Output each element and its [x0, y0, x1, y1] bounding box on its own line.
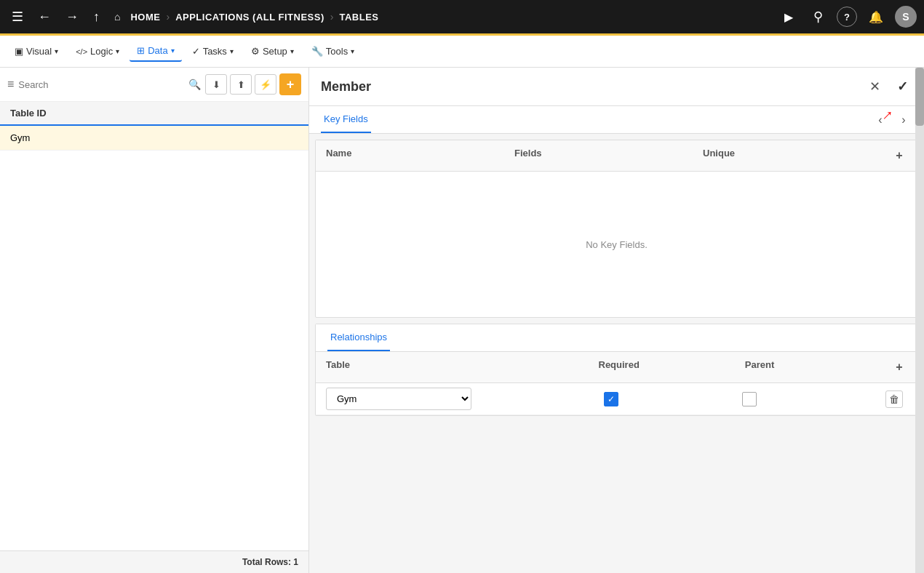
- panel-tabs: Key Fields ‹ ›: [309, 106, 924, 134]
- tasks-icon: ✓: [192, 46, 200, 57]
- rel-col-parent: Parent: [735, 352, 881, 382]
- rel-table-cell: Gym: [326, 388, 604, 410]
- forward-icon[interactable]: →: [61, 7, 83, 28]
- rel-col-required: Required: [589, 352, 735, 382]
- tools-caret: ▾: [351, 47, 354, 55]
- toolbar-data[interactable]: ⊞ Data ▾: [130, 41, 181, 62]
- parent-checkbox[interactable]: [742, 392, 757, 406]
- add-table-button[interactable]: +: [279, 73, 301, 95]
- relationships-header: Table Required Parent +: [316, 352, 917, 383]
- rel-actions-cell: 🗑: [881, 390, 907, 408]
- panel-header: Member ✕ ✓: [309, 68, 924, 106]
- home-label[interactable]: HOME: [130, 12, 160, 23]
- delete-relationship-button[interactable]: 🗑: [885, 390, 903, 408]
- key-fields-header: Name Fields Unique +: [316, 140, 917, 172]
- col-name: Name: [316, 140, 504, 171]
- tools-label: Tools: [326, 46, 348, 57]
- data-label: Data: [148, 45, 167, 56]
- logic-label: Logic: [90, 46, 113, 57]
- key-fields-section: Name Fields Unique + No Key Fields.: [315, 140, 918, 318]
- toolbar-logic[interactable]: </> Logic ▾: [68, 41, 127, 61]
- data-icon: ⊞: [137, 45, 145, 56]
- tasks-caret: ▾: [230, 47, 234, 55]
- app-label[interactable]: APPLICATIONS (ALL FITNESS): [175, 12, 324, 23]
- col-unique: Unique: [693, 140, 881, 171]
- setup-caret: ▾: [290, 47, 294, 55]
- tab-next-button[interactable]: ›: [895, 111, 912, 129]
- breadcrumb-sep1: ›: [166, 11, 170, 23]
- scrollbar-thumb[interactable]: [915, 68, 924, 126]
- add-key-field-button[interactable]: +: [891, 148, 907, 164]
- add-relationship-button[interactable]: +: [891, 359, 907, 375]
- table-id-header: Table ID: [0, 102, 308, 126]
- menu-icon[interactable]: ☰: [7, 6, 28, 28]
- panel-title: Member: [321, 79, 371, 95]
- filter-icon[interactable]: ≡: [7, 78, 14, 91]
- visual-icon: ▣: [15, 46, 23, 57]
- table-row: Gym ✓ 🗑: [316, 383, 917, 415]
- setup-icon: ⚙: [251, 46, 260, 57]
- rel-col-table: Table: [316, 352, 589, 382]
- search-nav-icon[interactable]: ⚲: [808, 7, 828, 27]
- logic-caret: ▾: [116, 47, 119, 55]
- main-area: ≡ 🔍 ⬇ ⬆ ⚡ + Table ID Gym Total Rows: 1 M…: [0, 68, 924, 573]
- rel-parent-cell: [742, 392, 881, 406]
- panel-header-actions: ✕ ✓: [864, 76, 912, 97]
- sidebar-footer: Total Rows: 1: [0, 550, 308, 573]
- download-button[interactable]: ⬇: [205, 74, 227, 95]
- table-name-gym: Gym: [10, 132, 30, 143]
- back-icon[interactable]: ←: [33, 7, 55, 28]
- rel-table-select[interactable]: Gym: [326, 388, 471, 410]
- tools-icon: 🔧: [311, 46, 323, 57]
- rel-required-cell: ✓: [604, 392, 743, 406]
- bell-icon[interactable]: 🔔: [866, 7, 886, 27]
- help-icon[interactable]: ?: [837, 7, 857, 27]
- lightning-button[interactable]: ⚡: [255, 74, 276, 95]
- home-icon[interactable]: ⌂: [110, 8, 124, 25]
- avatar[interactable]: S: [895, 6, 917, 28]
- close-button[interactable]: ✕: [864, 76, 885, 97]
- toolbar-tasks[interactable]: ✓ Tasks ▾: [185, 41, 241, 61]
- tab-key-fields[interactable]: Key Fields: [321, 106, 371, 133]
- relationships-tab-row: Relationships: [316, 324, 917, 352]
- upload-button[interactable]: ⬆: [230, 74, 252, 95]
- sidebar-search-bar: ≡ 🔍 ⬇ ⬆ ⚡ +: [0, 68, 308, 102]
- up-icon[interactable]: ↑: [89, 7, 104, 28]
- scrollbar[interactable]: [915, 68, 924, 573]
- relationships-section: Relationships Table Required Parent + Gy…: [315, 324, 918, 416]
- breadcrumb-sep2: ›: [330, 11, 334, 23]
- setup-label: Setup: [263, 46, 287, 57]
- tab-nav: ‹ ›: [872, 106, 912, 133]
- confirm-button[interactable]: ✓: [892, 76, 912, 97]
- add-key-field-col: +: [881, 140, 917, 171]
- toolbar-setup[interactable]: ⚙ Setup ▾: [244, 41, 301, 61]
- list-item[interactable]: Gym: [0, 126, 308, 151]
- data-caret: ▾: [171, 47, 175, 55]
- tables-label[interactable]: TABLES: [339, 12, 378, 23]
- top-nav: ☰ ← → ↑ ⌂ HOME › APPLICATIONS (ALL FITNE…: [0, 0, 924, 33]
- search-input[interactable]: [18, 79, 184, 90]
- required-checkbox[interactable]: ✓: [604, 392, 618, 406]
- sidebar-actions: ⬇ ⬆ ⚡ +: [205, 73, 301, 95]
- toolbar-tools[interactable]: 🔧 Tools ▾: [304, 41, 362, 61]
- tab-prev-button[interactable]: ‹: [872, 111, 889, 129]
- toolbar: ▣ Visual ▾ </> Logic ▾ ⊞ Data ▾ ✓ Tasks …: [0, 36, 924, 68]
- tab-relationships[interactable]: Relationships: [327, 324, 390, 351]
- visual-label: Visual: [26, 46, 52, 57]
- search-icon[interactable]: 🔍: [188, 79, 201, 90]
- col-fields: Fields: [504, 140, 693, 171]
- sidebar: ≡ 🔍 ⬇ ⬆ ⚡ + Table ID Gym Total Rows: 1: [0, 68, 309, 573]
- play-icon[interactable]: ▶: [778, 7, 799, 27]
- tasks-label: Tasks: [203, 46, 227, 57]
- key-fields-empty: No Key Fields.: [316, 172, 917, 317]
- visual-caret: ▾: [55, 47, 58, 55]
- logic-icon: </>: [76, 47, 87, 56]
- toolbar-visual[interactable]: ▣ Visual ▾: [7, 41, 65, 61]
- right-panel: Member ✕ ✓ ↑ Key Fields ‹ › Name Fields …: [309, 68, 924, 573]
- rel-add-col: +: [881, 352, 917, 382]
- nav-right: ▶ ⚲ ? 🔔 S: [778, 6, 917, 28]
